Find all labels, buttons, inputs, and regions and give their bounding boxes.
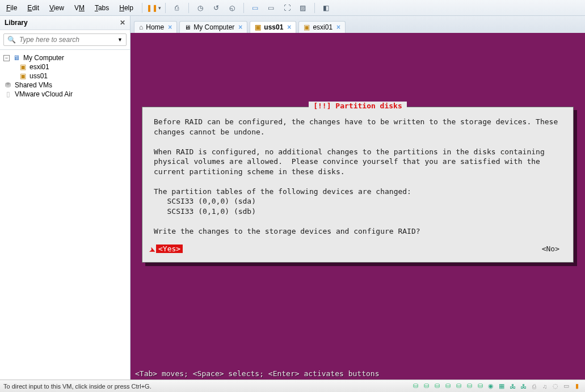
tree-vm-esxi01[interactable]: ▣ esxi01 bbox=[1, 62, 129, 71]
hdd-icon[interactable]: ⛁ bbox=[432, 382, 441, 390]
menu-help[interactable]: Help bbox=[115, 2, 137, 14]
dropdown-icon[interactable]: ▼ bbox=[117, 37, 123, 43]
tab-bar: Home × My Computer × uss01 × esxi01 × bbox=[131, 16, 585, 33]
view-thumbnail-button[interactable]: ◧ bbox=[319, 2, 333, 14]
hdd-icon[interactable]: ⛁ bbox=[443, 382, 452, 390]
sound-icon[interactable]: ♫ bbox=[540, 382, 549, 390]
pause-button[interactable]: ❚❚ bbox=[147, 2, 161, 14]
tab-esxi01[interactable]: esxi01 × bbox=[298, 21, 346, 33]
search-input[interactable] bbox=[19, 36, 114, 44]
view-console-button[interactable]: ▭ bbox=[249, 2, 262, 14]
revert-snapshot-button[interactable]: ↺ bbox=[209, 2, 223, 14]
tab-my-computer[interactable]: My Computer × bbox=[179, 21, 247, 33]
floppy-icon[interactable]: ▦ bbox=[497, 382, 506, 390]
usb-icon[interactable]: ◌ bbox=[551, 382, 560, 390]
menu-edit[interactable]: Edit bbox=[23, 2, 43, 14]
tab-label: uss01 bbox=[264, 23, 283, 31]
computer-icon bbox=[184, 23, 191, 31]
yes-button[interactable]: <Yes> bbox=[156, 245, 183, 253]
status-bar: To direct input to this VM, click inside… bbox=[0, 380, 585, 392]
library-tree: − 🖥 My Computer ▣ esxi01 ▣ uss01 ⛃ Share… bbox=[0, 50, 130, 102]
vm-icon: ▣ bbox=[18, 63, 27, 71]
installer-hint: <Tab> moves; <Space> selects; <Enter> ac… bbox=[131, 368, 585, 380]
cd-icon[interactable]: ◉ bbox=[486, 382, 495, 390]
menu-tabs[interactable]: Tabs bbox=[91, 2, 113, 14]
close-icon[interactable]: × bbox=[238, 23, 242, 31]
hdd-icon[interactable]: ⛁ bbox=[465, 382, 474, 390]
menu-file[interactable]: File bbox=[2, 2, 21, 14]
tree-shared-vms[interactable]: ⛃ Shared VMs bbox=[1, 81, 129, 90]
library-sidebar: Library ✕ 🔍 ▼ − 🖥 My Computer ▣ esxi01 ▣… bbox=[0, 16, 131, 380]
snapshot-button[interactable]: ◷ bbox=[193, 2, 207, 14]
cloud-icon: ▯ bbox=[3, 90, 12, 98]
send-keys-button[interactable]: ⎙ bbox=[170, 2, 184, 14]
shared-icon: ⛃ bbox=[3, 81, 12, 89]
tab-label: Home bbox=[146, 23, 164, 31]
close-icon[interactable]: × bbox=[336, 23, 340, 31]
display-icon[interactable]: ▭ bbox=[562, 382, 571, 390]
menu-vm[interactable]: VM bbox=[70, 2, 89, 14]
hdd-icon[interactable]: ⛁ bbox=[454, 382, 463, 390]
hdd-icon[interactable]: ⛁ bbox=[475, 382, 485, 390]
menubar: File Edit View VM Tabs Help ❚❚ ⎙ ◷ ↺ ◵ ▭… bbox=[0, 0, 585, 16]
vm-console[interactable]: [!!] Partition disks Before RAID can be … bbox=[131, 33, 585, 380]
tab-uss01[interactable]: uss01 × bbox=[250, 21, 296, 33]
tree-my-computer[interactable]: − 🖥 My Computer bbox=[1, 53, 129, 62]
computer-icon: 🖥 bbox=[12, 54, 21, 62]
search-icon: 🔍 bbox=[7, 36, 16, 44]
view-fullscreen-button[interactable]: ⛶ bbox=[280, 2, 294, 14]
close-icon[interactable]: × bbox=[287, 23, 291, 31]
close-icon[interactable]: × bbox=[168, 23, 172, 31]
manage-snapshot-button[interactable]: ◵ bbox=[225, 2, 239, 14]
home-icon bbox=[139, 23, 143, 31]
vm-icon bbox=[304, 23, 310, 31]
menu-view[interactable]: View bbox=[45, 2, 68, 14]
dialog-body: Before RAID can be configured, the chang… bbox=[154, 117, 562, 237]
tab-label: esxi01 bbox=[313, 23, 333, 31]
tree-label: esxi01 bbox=[30, 63, 49, 71]
hdd-icon[interactable]: ⛁ bbox=[411, 382, 420, 390]
dialog-title: [!!] Partition disks bbox=[309, 102, 407, 110]
partition-dialog: [!!] Partition disks Before RAID can be … bbox=[142, 107, 574, 263]
tree-label: VMware vCloud Air bbox=[15, 90, 73, 98]
tree-label: My Computer bbox=[23, 54, 64, 62]
vm-icon: ▣ bbox=[18, 72, 27, 80]
close-icon[interactable]: ✕ bbox=[120, 19, 125, 27]
tree-label: Shared VMs bbox=[15, 81, 52, 89]
tab-label: My Computer bbox=[193, 23, 234, 31]
tree-vm-uss01[interactable]: ▣ uss01 bbox=[1, 71, 129, 81]
network-icon[interactable]: 🖧 bbox=[519, 382, 528, 390]
view-unity-button[interactable]: ▭ bbox=[264, 2, 278, 14]
library-title: Library bbox=[5, 19, 120, 27]
vm-icon bbox=[255, 23, 261, 31]
tab-home[interactable]: Home × bbox=[134, 21, 177, 33]
tree-vcloud-air[interactable]: ▯ VMware vCloud Air bbox=[1, 90, 129, 99]
device-status-icons: ⛁ ⛁ ⛁ ⛁ ⛁ ⛁ ⛁ ◉ ▦ 🖧 🖧 ⎙ ♫ ◌ ▭ ▮ bbox=[411, 382, 582, 390]
printer-icon[interactable]: ⎙ bbox=[529, 382, 538, 390]
network-icon[interactable]: 🖧 bbox=[508, 382, 517, 390]
collapse-icon[interactable]: − bbox=[3, 55, 10, 61]
no-button[interactable]: <No> bbox=[542, 245, 559, 253]
tree-label: uss01 bbox=[30, 72, 48, 80]
search-box[interactable]: 🔍 ▼ bbox=[3, 33, 127, 46]
message-icon[interactable]: ▮ bbox=[573, 382, 582, 390]
status-message: To direct input to this VM, click inside… bbox=[3, 383, 407, 390]
hdd-icon[interactable]: ⛁ bbox=[422, 382, 431, 390]
view-stretch-button[interactable]: ▨ bbox=[296, 2, 310, 14]
